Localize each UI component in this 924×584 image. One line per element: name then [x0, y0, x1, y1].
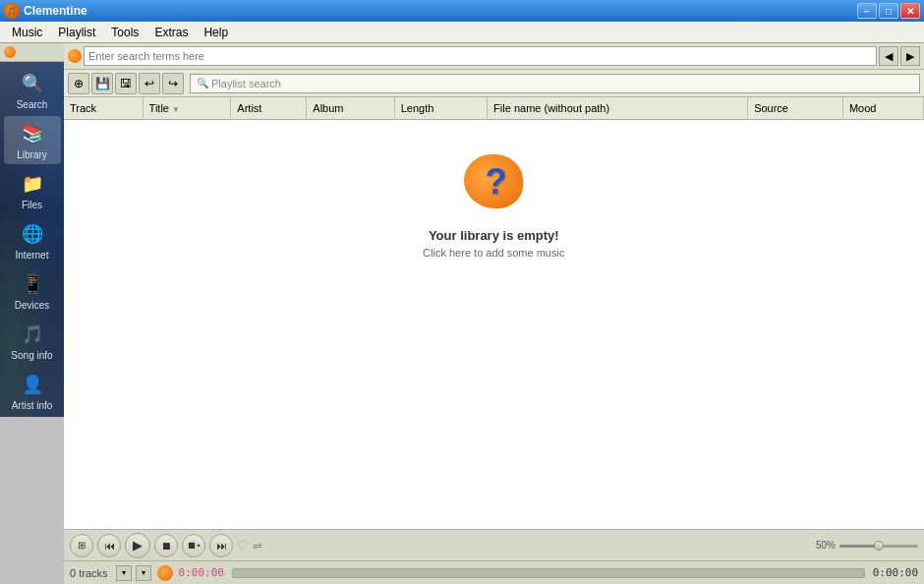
playlist-search-placeholder: Playlist search — [211, 78, 281, 89]
files-icon: 📁 — [19, 170, 46, 198]
sidebar-label-search: Search — [17, 99, 48, 110]
internet-icon: 🌐 — [19, 220, 46, 248]
top-bars: ◀ ▶ ⊕ 💾 🖫 ↩ ↪ 🔍 Playlist search — [64, 43, 924, 97]
devices-icon: 📱 — [19, 270, 46, 298]
volume-label: 50% — [816, 540, 836, 551]
library-icon: 📚 — [19, 120, 46, 147]
toolbar: ⊕ 💾 🖫 ↩ ↪ 🔍 Playlist search — [64, 70, 924, 97]
heart-icon[interactable]: ♡ — [237, 538, 249, 553]
sidebar-item-files[interactable]: 📁 Files — [4, 166, 61, 214]
volume-slider[interactable] — [839, 539, 918, 553]
track-count-dropdown2[interactable]: ▾ — [136, 565, 151, 581]
next-button[interactable]: ⏭ — [209, 534, 233, 557]
app-icon: 🎵 — [4, 3, 20, 19]
sidebar-label-songinfo: Song info — [11, 350, 52, 361]
library-empty-subtitle: Click here to add some music — [423, 247, 564, 259]
table-header-row: Track Title ▼ Artist Album Length File n… — [64, 97, 924, 119]
songinfo-icon: 🎵 — [19, 321, 46, 348]
sort-arrow: ▼ — [172, 105, 180, 114]
col-album[interactable]: Album — [307, 97, 394, 119]
volume-thumb[interactable] — [874, 541, 884, 551]
player-controls: ⊞ ⏮ ▶ ⏹ ⏹▸ ⏭ ♡ ⇌ 50% — [64, 529, 924, 560]
title-bar: 🎵 Clementine − □ ✕ — [0, 0, 924, 22]
content-area: ◀ ▶ ⊕ 💾 🖫 ↩ ↪ 🔍 Playlist search — [64, 43, 924, 584]
playlist-table: Track Title ▼ Artist Album Length File n… — [64, 97, 924, 288]
play-button[interactable]: ▶ — [125, 533, 150, 558]
artistinfo-icon: 👤 — [19, 371, 46, 398]
col-filename[interactable]: File name (without path) — [488, 97, 748, 119]
menu-bar: Music Playlist Tools Extras Help — [0, 22, 924, 43]
menu-extras[interactable]: Extras — [146, 24, 196, 41]
search-icon-btn — [68, 49, 82, 63]
volume-area: 50% — [816, 539, 918, 553]
stop-button[interactable]: ⏹ — [154, 534, 178, 557]
stop-after-button[interactable]: ⏹▸ — [182, 534, 205, 557]
toolbar-btn-1[interactable]: 💾 — [91, 73, 113, 94]
search-back-button[interactable]: ◀ — [879, 46, 898, 66]
library-empty-icon: ? — [459, 149, 528, 218]
sidebar-label-artistinfo: Artist info — [12, 400, 53, 411]
shuffle-icon[interactable]: ⇌ — [253, 539, 262, 553]
search-input[interactable] — [84, 46, 877, 66]
toolbar-btn-0[interactable]: ⊕ — [68, 73, 89, 94]
left-panel: 🔍 Search 📚 Library 📁 Files 🌐 Internet 📱 … — [0, 43, 64, 584]
sidebar-item-library[interactable]: 📚 Library — [4, 116, 61, 164]
library-empty[interactable]: ? Your library is empty! Click here to a… — [64, 120, 924, 288]
window-controls: − □ ✕ — [857, 3, 920, 19]
time-elapsed: 0:00:00 — [179, 566, 224, 579]
sidebar-label-files: Files — [22, 200, 42, 210]
col-mood[interactable]: Mood — [842, 97, 923, 119]
sidebar-label-devices: Devices — [15, 300, 50, 311]
empty-library-row: ? Your library is empty! Click here to a… — [64, 119, 924, 288]
maximize-button[interactable]: □ — [879, 3, 898, 19]
sidebar-label-library: Library — [17, 149, 47, 160]
menu-tools[interactable]: Tools — [103, 24, 146, 41]
menu-help[interactable]: Help — [196, 24, 236, 41]
previous-button[interactable]: ⏮ — [97, 534, 121, 557]
time-total: 0:00:00 — [873, 566, 918, 579]
sidebar-item-devices[interactable]: 📱 Devices — [4, 266, 61, 315]
menu-music[interactable]: Music — [4, 24, 50, 41]
sidebar-item-artistinfo[interactable]: 👤 Artist info — [4, 367, 61, 415]
search-forward-button[interactable]: ▶ — [900, 46, 920, 66]
app-title: Clementine — [24, 4, 857, 18]
volume-fill — [839, 545, 879, 548]
col-track[interactable]: Track — [64, 97, 143, 119]
col-length[interactable]: Length — [394, 97, 487, 119]
search-icon: 🔍 — [19, 70, 46, 97]
search-bar: ◀ ▶ — [64, 43, 924, 70]
sidebar-item-songinfo[interactable]: 🎵 Song info — [4, 317, 61, 365]
col-title[interactable]: Title ▼ — [143, 97, 231, 119]
minimize-button[interactable]: − — [857, 3, 877, 19]
status-logo — [157, 565, 173, 581]
playlist-search-box[interactable]: 🔍 Playlist search — [190, 74, 920, 93]
question-mark: ? — [485, 160, 506, 202]
sidebar-label-internet: Internet — [16, 250, 49, 261]
col-artist[interactable]: Artist — [231, 97, 307, 119]
toolbar-btn-2[interactable]: 🖫 — [115, 73, 137, 94]
clementine-logo-small — [4, 46, 16, 58]
library-empty-title: Your library is empty! — [429, 228, 559, 243]
sidebar-item-search[interactable]: 🔍 Search — [4, 66, 61, 114]
toolbar-btn-4[interactable]: ↪ — [162, 73, 184, 94]
playlist-search-icon: 🔍 — [197, 78, 208, 88]
menu-playlist[interactable]: Playlist — [50, 24, 103, 41]
sidebar-item-internet[interactable]: 🌐 Internet — [4, 216, 61, 264]
main-container: 🔍 Search 📚 Library 📁 Files 🌐 Internet 📱 … — [0, 43, 924, 584]
empty-library-cell: ? Your library is empty! Click here to a… — [64, 119, 924, 288]
col-source[interactable]: Source — [748, 97, 843, 119]
track-table: Track Title ▼ Artist Album Length File n… — [64, 97, 924, 529]
search-area — [0, 43, 64, 62]
status-bar: 0 tracks ▾ ▾ 0:00:00 0:00:00 — [64, 560, 924, 584]
close-button[interactable]: ✕ — [900, 3, 920, 19]
progress-bar[interactable] — [232, 568, 865, 578]
toolbar-btn-3[interactable]: ↩ — [139, 73, 160, 94]
track-count-dropdown[interactable]: ▾ — [116, 565, 132, 581]
sidebar: 🔍 Search 📚 Library 📁 Files 🌐 Internet 📱 … — [0, 62, 64, 417]
show-controls-button[interactable]: ⊞ — [70, 534, 93, 557]
track-count: 0 tracks — [70, 567, 108, 579]
